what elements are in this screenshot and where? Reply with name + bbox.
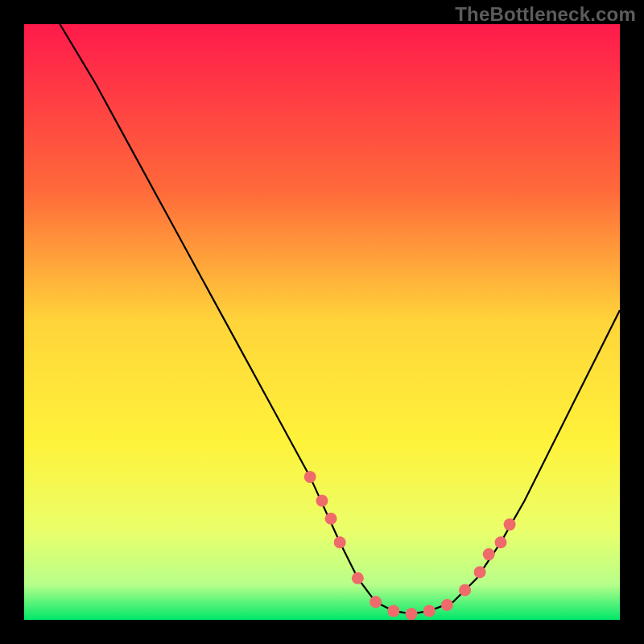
data-point	[406, 608, 418, 620]
data-point	[352, 572, 364, 584]
data-point	[423, 605, 436, 617]
data-point	[387, 605, 399, 617]
data-point	[334, 536, 346, 548]
chart-svg	[24, 24, 620, 620]
data-point	[483, 548, 495, 560]
data-point	[495, 536, 507, 548]
data-point	[474, 566, 486, 578]
data-point	[459, 584, 471, 597]
watermark-label: TheBottleneck.com	[455, 3, 636, 26]
data-point	[316, 495, 328, 507]
data-point	[504, 518, 516, 530]
data-point	[325, 513, 337, 525]
plot-area	[24, 24, 620, 620]
data-point	[441, 599, 453, 611]
data-point	[369, 596, 382, 608]
gradient-background	[24, 24, 620, 620]
chart-frame: TheBottleneck.com	[0, 0, 644, 644]
data-point	[304, 471, 316, 483]
